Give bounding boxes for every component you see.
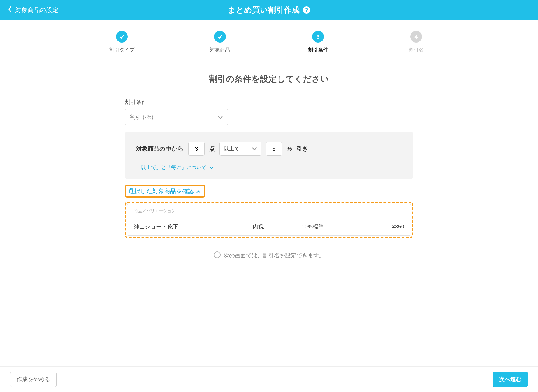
info-message: 次の画面では、割引名を設定できます。 — [125, 251, 413, 260]
page-title-wrap: まとめ買い割引作成 ? — [0, 5, 538, 15]
page-title: まとめ買い割引作成 — [228, 5, 300, 15]
step-label: 割引名 — [409, 46, 424, 53]
quantity-input[interactable] — [188, 142, 205, 156]
info-icon — [214, 251, 221, 260]
step-discount-name: 4 割引名 — [399, 31, 433, 53]
app-header: 対象商品の設定 まとめ買い割引作成 ? — [0, 0, 538, 20]
percent-input[interactable] — [266, 142, 282, 156]
discount-type-select[interactable]: 割引 (-%) — [125, 109, 228, 125]
confirm-products-toggle[interactable]: 選択した対象商品を確認 — [128, 187, 201, 195]
chevron-down-icon — [217, 114, 223, 120]
chevron-up-icon — [196, 188, 201, 195]
stepper-line — [139, 37, 203, 37]
step-discount-type: 割引タイプ — [105, 31, 139, 53]
cond-suffix: 引き — [296, 145, 309, 153]
stepper-line — [335, 37, 399, 37]
pct-unit: % — [287, 145, 292, 152]
product-price: ¥350 — [361, 223, 404, 230]
progress-stepper: 割引タイプ 対象商品 3 割引条件 4 割引名 — [0, 20, 538, 56]
chevron-down-icon — [209, 165, 214, 171]
step-label: 割引条件 — [308, 46, 328, 53]
confirm-label: 選択した対象商品を確認 — [128, 187, 194, 195]
chevron-left-icon — [8, 6, 12, 15]
condition-row: 対象商品の中から 点 以上で % 引き — [136, 142, 402, 156]
step-label: 対象商品 — [210, 46, 230, 53]
mode-select[interactable]: 以上で — [219, 142, 261, 156]
back-button[interactable]: 対象商品の設定 — [8, 6, 59, 15]
step-number: 4 — [410, 31, 422, 43]
table-header: 商品／バリエーション — [127, 204, 411, 218]
chevron-down-icon — [252, 146, 257, 152]
table-row: 紳士ショート靴下 内税 10%標準 ¥350 — [127, 218, 411, 235]
section-heading: 割引の条件を設定してください — [125, 73, 413, 85]
step-target-products: 対象商品 — [203, 31, 237, 53]
select-value: 割引 (-%) — [130, 113, 153, 121]
product-tax: 内税 — [253, 223, 302, 230]
info-text: 次の画面では、割引名を設定できます。 — [224, 252, 324, 259]
condition-label: 割引条件 — [125, 98, 413, 106]
product-name: 紳士ショート靴下 — [134, 223, 253, 230]
product-rate: 10%標準 — [302, 223, 361, 230]
cond-prefix: 対象商品の中から — [136, 145, 184, 153]
products-table-highlight: 商品／バリエーション 紳士ショート靴下 内税 10%標準 ¥350 — [125, 202, 413, 238]
help-icon[interactable]: ? — [303, 6, 310, 14]
products-table: 商品／バリエーション 紳士ショート靴下 内税 10%標準 ¥350 — [127, 204, 411, 236]
step-number: 3 — [312, 31, 324, 43]
check-icon — [214, 31, 226, 43]
step-label: 割引タイプ — [109, 46, 134, 53]
back-label: 対象商品の設定 — [15, 6, 59, 14]
check-icon — [116, 31, 128, 43]
step-discount-condition: 3 割引条件 — [301, 31, 335, 53]
about-link-text: 「以上で」と「毎に」について — [136, 164, 207, 171]
confirm-highlight: 選択した対象商品を確認 — [125, 185, 205, 198]
main-content: 割引の条件を設定してください 割引条件 割引 (-%) 対象商品の中から 点 以… — [108, 73, 430, 310]
condition-panel: 対象商品の中から 点 以上で % 引き 「以上で」と「毎に」について — [125, 132, 413, 179]
qty-unit: 点 — [209, 145, 215, 153]
about-modes-link[interactable]: 「以上で」と「毎に」について — [136, 164, 402, 171]
select-value: 以上で — [224, 145, 240, 152]
stepper-line — [237, 37, 301, 37]
